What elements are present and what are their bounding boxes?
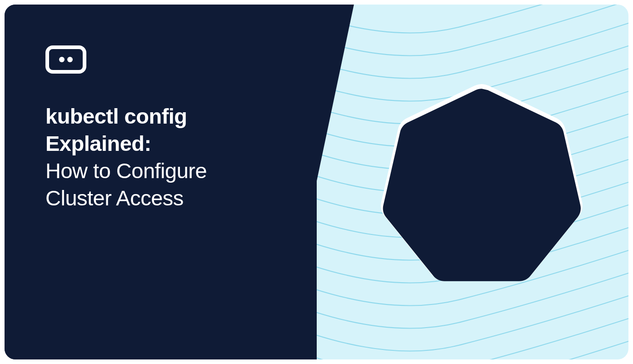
svg-point-1 xyxy=(59,57,65,62)
left-panel: kubectl config Explained: How to Configu… xyxy=(5,5,317,359)
kubernetes-logo-icon xyxy=(377,78,586,287)
svg-point-2 xyxy=(67,57,73,62)
subtitle-line-1: How to Configure xyxy=(45,157,317,184)
svg-rect-0 xyxy=(47,47,85,72)
right-panel-background xyxy=(279,5,628,359)
brand-logo-icon xyxy=(45,45,86,74)
title-line-2: Explained: xyxy=(45,130,317,157)
title-line-1: kubectl config xyxy=(45,103,317,130)
hero-card: kubectl config Explained: How to Configu… xyxy=(5,5,628,359)
subtitle-line-2: Cluster Access xyxy=(45,184,317,212)
